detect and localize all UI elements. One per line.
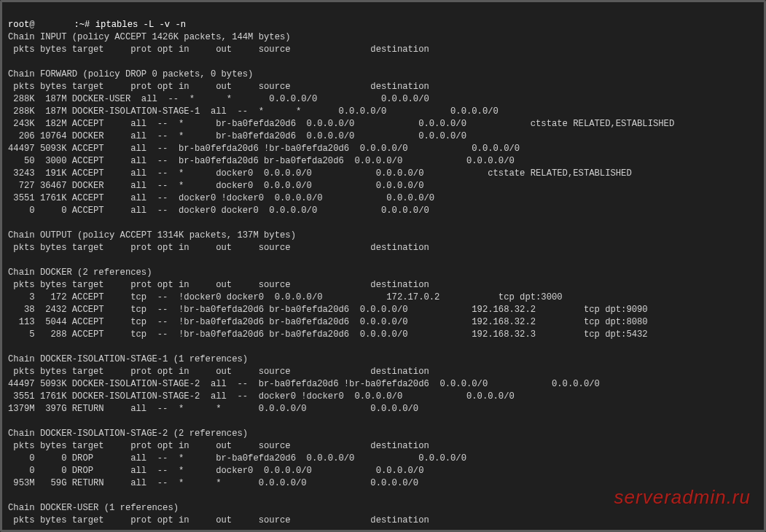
chain-header: Chain DOCKER-ISOLATION-STAGE-1 (1 refere… xyxy=(8,354,248,364)
iptables-rule-row: 44497 5093K ACCEPT all -- br-ba0fefda20d… xyxy=(8,144,520,154)
iptables-rule-row: 1379M 397G RETURN all -- * * 0.0.0.0/0 0… xyxy=(8,404,418,414)
iptables-rule-row: 0 0 DROP all -- * docker0 0.0.0.0/0 0.0.… xyxy=(8,466,423,476)
iptables-rule-row: 206 10764 DOCKER all -- * br-ba0fefda20d… xyxy=(8,131,466,141)
chain-header: Chain DOCKER (2 references) xyxy=(8,267,152,278)
watermark-text: serveradmin.ru xyxy=(614,491,751,504)
columns-header: pkts bytes target prot opt in out source… xyxy=(8,441,429,451)
iptables-rule-row: 3 172 ACCEPT tcp -- !docker0 docker0 0.0… xyxy=(8,292,563,302)
iptables-rule-row: 953M 59G RETURN all -- * * 0.0.0.0/0 0.0… xyxy=(8,478,418,488)
iptables-rule-row: 3551 1761K DOCKER-ISOLATION-STAGE-2 all … xyxy=(8,391,515,402)
iptables-rule-row: 288K 187M DOCKER-ISOLATION-STAGE-1 all -… xyxy=(8,106,499,117)
iptables-rule-row: 243K 182M ACCEPT all -- * br-ba0fefda20d… xyxy=(8,119,674,129)
iptables-rule-row: 3243 191K ACCEPT all -- * docker0 0.0.0.… xyxy=(8,168,632,179)
iptables-rule-row: 5 288 ACCEPT tcp -- !br-ba0fefda20d6 br-… xyxy=(8,329,648,340)
chain-header: Chain OUTPUT (policy ACCEPT 1314K packet… xyxy=(8,230,296,240)
columns-header: pkts bytes target prot opt in out source… xyxy=(8,243,429,253)
columns-header: pkts bytes target prot opt in out source… xyxy=(8,367,429,377)
columns-header: pkts bytes target prot opt in out source… xyxy=(8,82,429,92)
prompt-user: root xyxy=(8,20,29,30)
iptables-rule-row: 113 5044 ACCEPT tcp -- !br-ba0fefda20d6 … xyxy=(8,317,648,327)
iptables-rule-row: 44497 5093K DOCKER-ISOLATION-STAGE-2 all… xyxy=(8,379,600,389)
terminal-window[interactable]: root@ :~# iptables -L -v -n Chain INPUT … xyxy=(0,0,766,532)
columns-header: pkts bytes target prot opt in out source… xyxy=(8,515,429,525)
iptables-rule-row: 0 0 ACCEPT all -- docker0 docker0 0.0.0.… xyxy=(8,206,429,216)
columns-header: pkts bytes target prot opt in out source… xyxy=(8,280,429,290)
chain-header: Chain DOCKER-USER (1 references) xyxy=(8,503,179,513)
iptables-rule-row: 288K 187M DOCKER-USER all -- * * 0.0.0.0… xyxy=(8,94,429,104)
iptables-rule-row: 3551 1761K ACCEPT all -- docker0 !docker… xyxy=(8,193,434,203)
iptables-rule-row: 0 0 DROP all -- * br-ba0fefda20d6 0.0.0.… xyxy=(8,453,466,463)
prompt-host-redacted xyxy=(35,20,69,30)
columns-header: pkts bytes target prot opt in out source… xyxy=(8,44,429,55)
shell-prompt: root@ :~# iptables -L -v -n xyxy=(8,20,186,30)
iptables-rule-row: 50 3000 ACCEPT all -- br-ba0fefda20d6 br… xyxy=(8,156,515,166)
chain-header: Chain DOCKER-ISOLATION-STAGE-2 (2 refere… xyxy=(8,429,248,439)
chain-header: Chain INPUT (policy ACCEPT 1426K packets… xyxy=(8,32,291,42)
iptables-rule-row: 727 36467 DOCKER all -- * docker0 0.0.0.… xyxy=(8,181,423,191)
chain-header: Chain FORWARD (policy DROP 0 packets, 0 … xyxy=(8,69,253,79)
command-text: iptables -L -v -n xyxy=(95,20,186,30)
iptables-rule-row: 38 2432 ACCEPT tcp -- !br-ba0fefda20d6 b… xyxy=(8,305,648,315)
